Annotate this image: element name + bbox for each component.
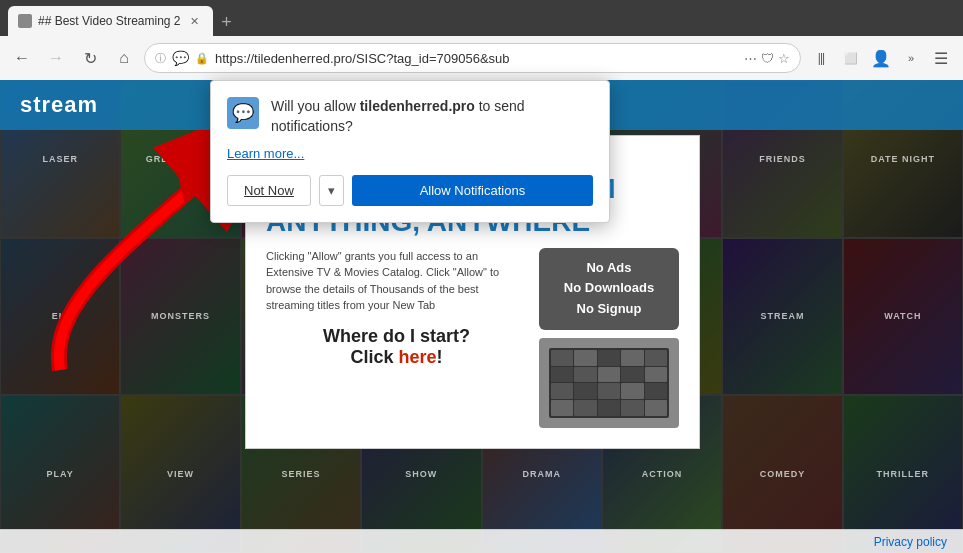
laptop-cell	[621, 400, 643, 416]
movie-tile-label: GREEN ZONE	[146, 154, 216, 164]
movie-tile-label: LASER	[42, 154, 78, 164]
movie-tile-label: STREAM	[760, 311, 804, 321]
laptop-cell	[574, 383, 596, 399]
laptop-cell	[598, 367, 620, 383]
hamburger-icon: ☰	[934, 49, 948, 68]
no-ads-line1: No Ads	[553, 258, 665, 279]
movie-tile-label: VIEW	[167, 469, 194, 479]
laptop-cell	[645, 350, 667, 366]
tab-bar: ## Best Video Streaming 2 ✕ +	[0, 0, 963, 36]
laptop-cell	[645, 400, 667, 416]
home-icon: ⌂	[119, 49, 129, 67]
notification-chat-icon: 💬	[227, 97, 259, 129]
no-ads-box: No Ads No Downloads No Signup	[539, 248, 679, 330]
laptop-cell	[574, 400, 596, 416]
toolbar-buttons: ||| ⬜ 👤 » ☰	[807, 44, 955, 72]
laptop-preview	[539, 338, 679, 428]
movie-tile: ELI	[0, 238, 120, 396]
laptop-cell	[598, 400, 620, 416]
laptop-cell	[551, 400, 573, 416]
movie-tile-label: DRAMA	[522, 469, 561, 479]
browser-chrome: ## Best Video Streaming 2 ✕ + ← → ↻ ⌂ ⓘ …	[0, 0, 963, 80]
not-now-button[interactable]: Not Now	[227, 175, 311, 206]
laptop-cell	[621, 383, 643, 399]
movie-tile-label: SHOW	[405, 469, 437, 479]
no-downloads-line2: No Downloads	[553, 278, 665, 299]
forward-icon: →	[48, 49, 64, 67]
info-icon: ⓘ	[155, 51, 166, 66]
movie-tile: WATCH	[843, 238, 963, 396]
back-button[interactable]: ←	[8, 44, 36, 72]
website-message-left: Clicking "Allow" grants you full access …	[266, 248, 527, 368]
movie-tile-label: COMEDY	[760, 469, 806, 479]
tab-favicon	[18, 14, 32, 28]
cta-first-line: Where do I start?	[266, 326, 527, 347]
notification-header: 💬 Will you allow tiledenherred.pro to se…	[227, 97, 593, 136]
laptop-cell	[551, 350, 573, 366]
notification-message: Will you allow tiledenherred.pro to send…	[271, 97, 593, 136]
laptop-cell	[551, 367, 573, 383]
chat-bubble-icon: 💬	[232, 102, 254, 124]
cta-click-text: Click	[350, 347, 398, 367]
address-bar-url[interactable]: https://tiledenherred.pro/SISC?tag_id=70…	[215, 51, 738, 66]
refresh-button[interactable]: ↻	[76, 44, 104, 72]
shield-icon: 🛡	[761, 51, 774, 66]
address-bar[interactable]: ⓘ 💬 🔒 https://tiledenherred.pro/SISC?tag…	[144, 43, 801, 73]
bottom-bar: Privacy policy	[0, 529, 963, 553]
chat-icon: 💬	[172, 50, 189, 66]
movie-tile-label: ELI	[52, 311, 69, 321]
laptop-cell	[551, 383, 573, 399]
star-icon[interactable]: ☆	[778, 51, 790, 66]
open-tab-button[interactable]: ⬜	[837, 44, 865, 72]
movie-tile-label: DATE NIGHT	[871, 154, 935, 164]
notification-domain: tiledenherred.pro	[360, 98, 475, 114]
movie-tile-label: MONSTERS	[151, 311, 210, 321]
cta-suffix: !	[437, 347, 443, 367]
movie-tile-label: SERIES	[281, 469, 320, 479]
allow-notifications-button[interactable]: Allow Notifications	[352, 175, 593, 206]
not-now-dropdown-button[interactable]: ▾	[319, 175, 344, 206]
notification-popup: 💬 Will you allow tiledenherred.pro to se…	[210, 80, 610, 223]
laptop-cell	[574, 367, 596, 383]
movie-tile-label: PLAY	[47, 469, 74, 479]
website-message-body: Clicking "Allow" grants you full access …	[266, 248, 679, 428]
movie-tile-label: WATCH	[884, 311, 921, 321]
laptop-cell	[645, 367, 667, 383]
website-message-right: No Ads No Downloads No Signup	[539, 248, 679, 428]
laptop-cell	[598, 350, 620, 366]
laptop-cell	[574, 350, 596, 366]
movie-tile-label: THRILLER	[877, 469, 930, 479]
navigation-bar: ← → ↻ ⌂ ⓘ 💬 🔒 https://tiledenherred.pro/…	[0, 36, 963, 80]
profile-button[interactable]: 👤	[867, 44, 895, 72]
laptop-cell	[645, 383, 667, 399]
laptop-cell	[598, 383, 620, 399]
site-title: stream	[20, 92, 98, 118]
learn-more-link[interactable]: Learn more...	[227, 146, 593, 161]
website-message-cta: Where do I start? Click here!	[266, 326, 527, 368]
website-message-description: Clicking "Allow" grants you full access …	[266, 248, 527, 314]
tab-close-button[interactable]: ✕	[187, 13, 203, 29]
lock-icon: 🔒	[195, 52, 209, 65]
cta-here-link[interactable]: here	[399, 347, 437, 367]
laptop-cell	[621, 350, 643, 366]
movie-tile-label: FRIENDS	[759, 154, 806, 164]
movie-tile-label: ACTION	[642, 469, 683, 479]
extensions-button[interactable]: »	[897, 44, 925, 72]
movie-tile: MONSTERS	[120, 238, 240, 396]
menu-button[interactable]: ☰	[927, 44, 955, 72]
forward-button[interactable]: →	[42, 44, 70, 72]
cta-second-line: Click here!	[266, 347, 527, 368]
new-tab-button[interactable]: +	[213, 8, 241, 36]
active-tab[interactable]: ## Best Video Streaming 2 ✕	[8, 6, 213, 36]
address-bar-actions: ⋯ 🛡 ☆	[744, 51, 790, 66]
bookmarks-button[interactable]: |||	[807, 44, 835, 72]
refresh-icon: ↻	[84, 49, 97, 68]
movie-tile: STREAM	[722, 238, 842, 396]
home-button[interactable]: ⌂	[110, 44, 138, 72]
dots-menu-icon[interactable]: ⋯	[744, 51, 757, 66]
privacy-policy-link[interactable]: Privacy policy	[874, 535, 947, 549]
profile-icon: 👤	[871, 49, 891, 68]
no-signup-line3: No Signup	[553, 299, 665, 320]
tab-title: ## Best Video Streaming 2	[38, 14, 181, 28]
laptop-screen	[549, 348, 669, 418]
